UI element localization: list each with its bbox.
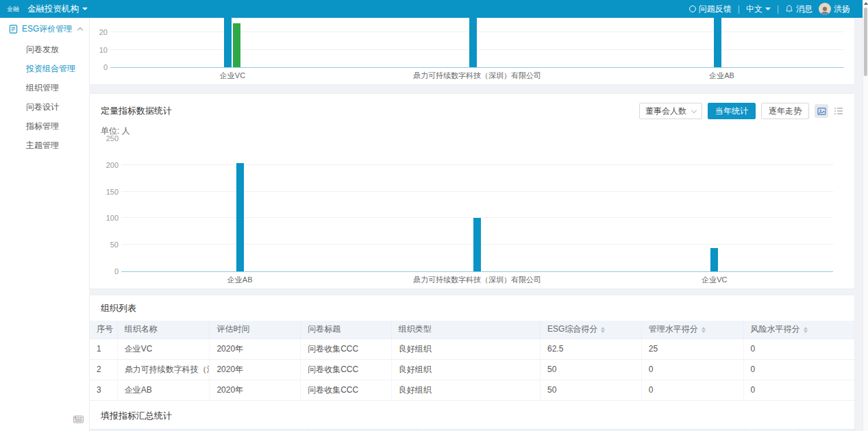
y-axis-tick: 150 — [99, 188, 119, 196]
x-axis-label: 企业VC — [702, 275, 727, 285]
y-axis-tick: 20 — [89, 28, 108, 36]
gridline — [110, 49, 844, 50]
bar — [233, 23, 240, 67]
metric-select[interactable]: 董事会人数 — [639, 103, 702, 119]
table-cell: 0 — [743, 380, 854, 400]
table-cell: 良好组织 — [391, 359, 540, 380]
bar — [469, 18, 477, 67]
quant-indicator-card: 定量指标数据统计 董事会人数 当年统计 逐年走势 单位: 人 — [89, 93, 855, 289]
table-cell: 1 — [90, 338, 117, 359]
table-cell: 2020年 — [210, 338, 301, 359]
table-cell: 问卷收集CCC — [301, 380, 392, 400]
table-cell: 0 — [641, 380, 743, 400]
column-header: 序号 — [90, 321, 117, 338]
yearly-trend-button[interactable]: 逐年走势 — [761, 103, 809, 119]
bar — [473, 218, 481, 271]
column-header: 组织类型 — [391, 321, 540, 338]
y-axis-tick: 50 — [99, 241, 119, 249]
user-menu[interactable]: 洪扬 — [819, 3, 850, 15]
score-chart-card: 01020 企业VC鼎力可持续数字科技（深圳）有限公司企业AB — [89, 18, 855, 85]
sidebar-root-label: ESG评价管理 — [22, 23, 74, 35]
summary-table-header: S 中 ’, — [90, 429, 854, 431]
y-axis-tick: 250 — [99, 134, 119, 143]
sort-icon[interactable] — [804, 327, 808, 333]
sidebar-item[interactable]: 指标管理 — [0, 116, 89, 136]
column-header[interactable]: ESG综合得分 — [540, 321, 641, 338]
table-row: 3企业AB2020年问卷收集CCC良好组织5000 — [90, 380, 854, 400]
chevron-down-icon — [765, 8, 771, 10]
bar — [224, 18, 232, 67]
gridline — [121, 191, 833, 192]
table-cell: 良好组织 — [391, 380, 540, 400]
org-table-title: 组织列表 — [101, 302, 843, 315]
table-cell: 2020年 — [210, 359, 301, 380]
main-content: 01020 企业VC鼎力可持续数字科技（深圳）有限公司企业AB 定量指标数据统计… — [89, 18, 868, 431]
bar — [714, 18, 721, 67]
sidebar: ESG评价管理 问卷发放投资组合管理组织管理问卷设计指标管理主题管理 — [0, 18, 89, 431]
table-cell: 25 — [641, 338, 743, 359]
sidebar-item[interactable]: 投资组合管理 — [0, 59, 89, 78]
scroll-up-arrow-icon[interactable] — [864, 2, 868, 5]
feedback-icon — [689, 5, 696, 12]
table-row: 2鼎力可持续数字科技（深圳）有限公司2020年问卷收集CCC良好组织5000 — [90, 359, 854, 380]
chevron-down-icon — [82, 8, 88, 10]
y-axis-tick: 100 — [99, 214, 119, 222]
table-cell: 企业VC — [117, 338, 210, 359]
gridline — [110, 32, 844, 32]
divider: | — [738, 4, 740, 14]
sidebar-item-esg-management[interactable]: ESG评价管理 — [0, 18, 89, 40]
sidebar-item[interactable]: 问卷设计 — [0, 97, 89, 116]
language-switcher[interactable]: 中文 — [746, 3, 771, 15]
column-header: 问卷标题 — [301, 321, 392, 338]
y-axis-tick: 0 — [89, 63, 108, 71]
quant-card-title: 定量指标数据统计 — [101, 105, 172, 117]
gridline — [121, 164, 833, 165]
table-cell: 鼎力可持续数字科技（深圳）有限公司 — [117, 359, 210, 380]
table-cell: 0 — [743, 359, 854, 380]
table-row: 1企业VC2020年问卷收集CCC良好组织62.5250 — [90, 338, 854, 359]
app-logo: 金融 — [7, 5, 19, 14]
username: 洪扬 — [834, 3, 850, 15]
sidebar-item[interactable]: 组织管理 — [0, 78, 89, 97]
scrollbar-thumb[interactable] — [864, 8, 867, 76]
table-cell: 0 — [641, 359, 743, 380]
sort-icon[interactable] — [702, 327, 706, 333]
sort-icon[interactable] — [601, 327, 605, 333]
table-cell: 问卷收集CCC — [301, 359, 392, 380]
org-table: 序号组织名称评估时间问卷标题组织类型ESG综合得分管理水平得分风险水平得分 1企… — [90, 321, 854, 401]
x-axis-label: 鼎力可持续数字科技（深圳）有限公司 — [413, 275, 541, 285]
y-axis-tick: 0 — [99, 267, 119, 275]
messages-link[interactable]: 消息 — [785, 3, 813, 15]
sidebar-item[interactable]: 问卷发放 — [0, 40, 89, 59]
org-name: 金融投资机构 — [27, 3, 79, 15]
x-axis-label: 企业VC — [220, 71, 245, 81]
table-cell: 问卷收集CCC — [301, 338, 392, 359]
feedback-link[interactable]: 问题反馈 — [689, 3, 732, 15]
table-cell: 2 — [90, 359, 117, 380]
current-year-stats-button[interactable]: 当年统计 — [708, 103, 756, 119]
table-cell: 62.5 — [540, 338, 641, 359]
avatar — [819, 3, 831, 15]
topbar: 金融 金融投资机构 问题反馈 | 中文 | 消息 洪扬 — [0, 0, 868, 18]
table-cell: 良好组织 — [391, 338, 540, 359]
save-image-icon[interactable] — [815, 104, 828, 118]
org-list-card: 组织列表 序号组织名称评估时间问卷标题组织类型ESG综合得分管理水平得分风险水平… — [89, 295, 855, 431]
table-cell: 50 — [540, 359, 641, 380]
column-header[interactable]: 风险水平得分 — [743, 321, 854, 338]
bar — [710, 248, 718, 271]
column-header: 评估时间 — [210, 321, 301, 338]
column-header[interactable]: 管理水平得分 — [641, 321, 743, 338]
data-view-icon[interactable] — [834, 107, 843, 115]
ime-status-icon[interactable] — [73, 415, 84, 426]
table-cell: 50 — [540, 380, 641, 400]
quant-chart-plot: 050100150200250 — [121, 139, 833, 272]
divider: | — [777, 4, 779, 14]
table-cell: 3 — [90, 380, 117, 400]
vertical-scrollbar[interactable] — [863, 0, 868, 431]
bar — [236, 163, 244, 271]
document-icon — [9, 25, 18, 34]
sidebar-item[interactable]: 主题管理 — [0, 136, 89, 155]
org-switcher[interactable]: 金融投资机构 — [27, 3, 88, 15]
x-axis-label: 鼎力可持续数字科技（深圳）有限公司 — [413, 71, 541, 81]
x-axis-label: 企业AB — [709, 71, 734, 81]
